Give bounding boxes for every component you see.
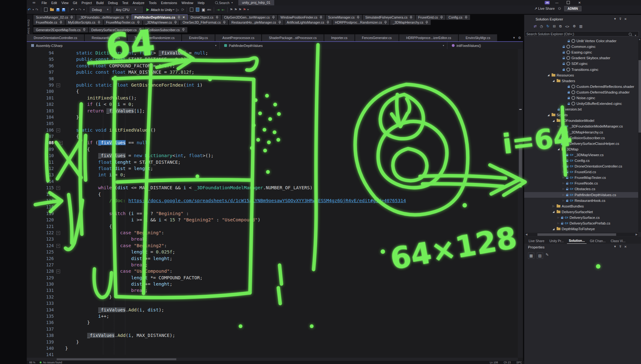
menu-tools[interactable]: Tools [147,1,159,5]
code-line[interactable]: 122– case "Begining": [27,230,523,236]
tab-droneorientationcontroller-cs[interactable]: DroneOrientationController.cs [27,34,84,41]
debug-config-dropdown[interactable]: Debug▼ [90,7,111,13]
save-all-icon[interactable] [62,8,65,11]
code-line[interactable]: 127 break; [27,262,523,268]
tab-importer-cs[interactable]: Importer.cs [324,34,355,41]
code-line[interactable]: 124– case "Begining2": [27,242,523,249]
code-line[interactable]: 134 _fixValues.Add(i, dist); [27,307,523,313]
code-line[interactable]: 116 { [27,191,523,197]
open-folder-icon[interactable] [50,9,54,11]
tab-fruxelgrid-cs[interactable]: FruxelGrid.cs [416,15,445,20]
outdent-icon[interactable]: ⇤ [222,8,225,12]
pin-icon[interactable] [137,21,140,24]
maximize-button[interactable] [564,1,572,5]
properties-icon[interactable]: ⚙ [573,24,576,28]
menu-git[interactable]: Git [71,1,79,5]
scroll-up-icon[interactable]: ▲ [638,38,641,40]
code-line[interactable]: 140} [27,345,523,351]
tree-item-deliverysurfacenet[interactable]: ◢DeliverySurfaceNet [524,209,638,215]
zoom-level[interactable]: 88 % [29,361,35,364]
tab-fencesgenerator-cs[interactable]: FencesGenerator.cs [355,34,399,41]
code-line[interactable]: 120 i >= 1 && i < 15 ? "Begining2" : "Us… [27,217,523,223]
code-line[interactable]: 104 } [27,114,523,120]
fold-box-icon[interactable]: – [56,83,60,87]
tab-windowpositionfinder-cs[interactable]: WindowPositionFinder.cs [278,15,325,20]
menu-help[interactable]: Help [196,1,207,5]
nav-forward-icon[interactable]: ↷ [35,8,38,12]
scrollbar-thumb[interactable] [537,233,616,236]
fold-box-icon[interactable]: – [56,128,60,132]
tab-enviroskymgr-cs[interactable]: EnviroSkyMgr.cs [459,34,497,41]
tab-overflow-icon[interactable]: ▼ [513,36,515,39]
property-pages-icon[interactable]: ✎ [546,253,549,259]
chevron-down-icon[interactable]: ▼ [173,9,175,11]
tab-fruxelnode-cs[interactable]: FruxelNode.cs [33,20,65,25]
breadcrumb-project[interactable]: Assembly-CSharp ▼ [27,42,220,49]
expanded-arrow-icon[interactable]: ◢ [547,114,550,117]
code-line[interactable]: 138 _fixValues.Add(i, MAX_DISTANCE); [27,332,523,338]
code-line[interactable]: 115– while (dist <= MAX_DISTANCE && i < … [27,185,523,191]
code-line[interactable]: 113 int i = 0; [27,172,523,178]
pin-icon[interactable] [83,28,86,31]
code-line[interactable]: 107 { [27,133,523,139]
admin-account-button[interactable]: ADMIN [564,6,581,11]
fold-box-icon[interactable]: – [56,186,60,190]
pin-icon[interactable]: ⊽ [619,245,621,248]
tab-hdrppostproc-randomizer-cs[interactable]: HDRPPostproc...Randomizer.cs [332,20,389,25]
window-split-icon[interactable]: ▣ [201,8,205,12]
tab-onesec3d-fileformat-cs[interactable]: OneSec3D_FileFormat.cs [180,20,228,25]
fold-box-icon[interactable]: – [56,231,60,235]
tab--3dmaphierarchy-cs[interactable]: _3DMapHierarchy.cs [390,20,431,25]
scroll-right-icon[interactable]: ▶ [636,233,638,236]
code-line[interactable]: 129 lenght *= COMPOUND_FACTOR; [27,275,523,281]
code-line[interactable]: 112 float dist = lenght; [27,165,523,172]
collapsed-arrow-icon[interactable]: ▷ [563,165,565,168]
pin-icon[interactable] [70,16,73,19]
code-line[interactable]: 103 return _fixValues[i]; [27,108,523,114]
collapsed-arrow-icon[interactable]: ▷ [558,142,560,145]
pin-icon[interactable] [357,16,360,19]
pin-icon[interactable] [223,21,226,24]
tree-item-collisionsubscriber-cs[interactable]: ▷C#CollisionSubscriber.cs [524,135,638,141]
expanded-arrow-icon[interactable]: ◢ [553,210,555,213]
tab-myeditorscripts-cs[interactable]: MyEditorScripts.cs [65,20,103,25]
panel-tab-solution-[interactable]: Solution... [567,238,587,244]
tab-simulatedfisheyecamera-cs[interactable]: SimulatedFisheyeCamera.cs [363,15,415,20]
scrollbar-thumb[interactable] [57,358,176,360]
code-line[interactable]: 131 break; [27,287,523,293]
collapsed-arrow-icon[interactable]: ▷ [558,131,560,134]
code-line[interactable]: 99– public static float GetDistanceForIn… [27,82,523,88]
tab-collisionsubscriber-cs[interactable]: CollisionSubscriber.cs [145,27,187,32]
categorized-icon[interactable]: ▦ [528,253,534,259]
tree-item-deliverysurface-cs[interactable]: ▷C#DeliverySurface.cs [524,215,638,220]
redo-icon[interactable]: ↷ [78,8,82,12]
sync-with-active-document-icon[interactable]: ⇄ [534,24,536,28]
preview-selected-items-icon[interactable]: ▥ [579,24,582,28]
expanded-arrow-icon[interactable]: ◢ [547,74,550,77]
pin-icon[interactable] [272,16,275,19]
search-box[interactable]: Search ▼ [215,1,233,5]
pin-icon[interactable] [126,16,129,19]
code-line[interactable]: 125 lenght = 0.025f; [27,249,523,255]
collapsed-arrow-icon[interactable]: ▷ [558,216,560,219]
menu-analyze[interactable]: Analyze [130,1,146,5]
code-line[interactable]: 102 if (i < 0) i = 0; [27,101,523,107]
fold-box-icon[interactable]: – [59,141,63,145]
collapsed-arrow-icon[interactable]: ▷ [563,188,565,190]
chevron-down-icon[interactable]: ▼ [614,17,616,21]
minimize-button[interactable]: — [553,1,561,4]
code-editor[interactable]: 94 static Dictionary<int, float> _fixVal… [27,49,523,364]
tree-item-deliverysurfaceprefab-cs[interactable]: ▷C#DeliverySurfacePrefab.cs [524,220,638,226]
tab-pathfinderdepthvalues-cs[interactable]: PathfinderDepthValues.cs✕ [132,15,187,20]
tree-item--3dmaphierarchy-cs[interactable]: ▷C#_3DMapHierarchy.cs [524,129,638,135]
code-line[interactable]: 137 [27,326,523,332]
menu-file[interactable]: File [39,1,49,5]
expanded-arrow-icon[interactable]: ◢ [553,79,555,82]
issues-status[interactable]: No issues found [40,361,62,364]
collapsed-arrow-icon[interactable]: ▷ [558,222,560,225]
spell-check-icon[interactable]: abc [207,8,211,12]
pin-icon[interactable] [384,21,387,24]
pin-icon[interactable] [465,16,468,19]
tab-assetpreprocessor-cs[interactable]: AssetPreprocessor.cs [215,34,261,41]
tab-artificiallightsmanager-cs[interactable]: ArtificialLightsManager.cs [284,20,332,25]
